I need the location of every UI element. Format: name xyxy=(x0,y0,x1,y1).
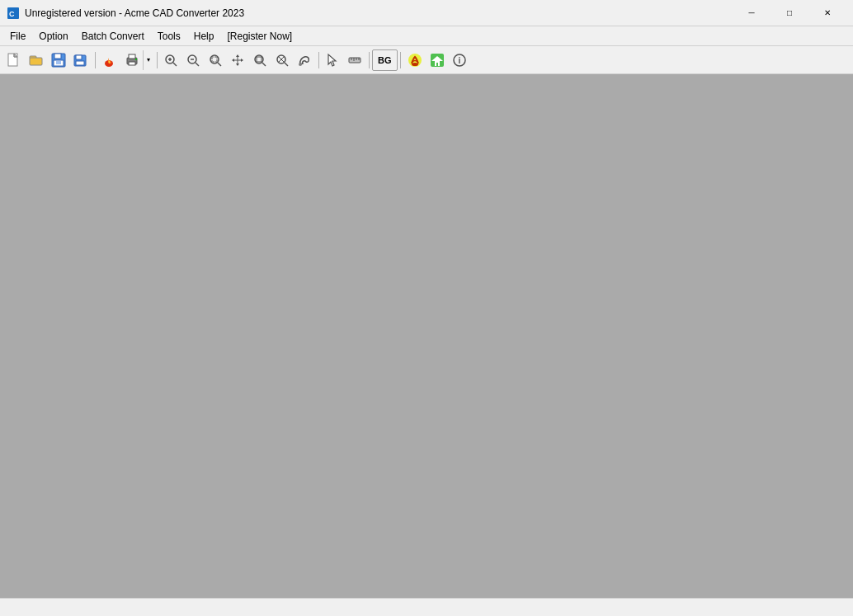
maximize-button[interactable]: □ xyxy=(771,0,808,26)
menu-file[interactable]: File xyxy=(3,27,32,45)
window-controls: ─ □ ✕ xyxy=(733,0,846,26)
svg-rect-14 xyxy=(76,61,84,65)
svg-rect-13 xyxy=(76,55,82,59)
print-icon xyxy=(121,50,143,70)
open-button[interactable] xyxy=(26,49,47,71)
svg-line-36 xyxy=(285,63,288,66)
svg-rect-18 xyxy=(129,62,135,65)
select-button[interactable] xyxy=(322,49,343,71)
main-content xyxy=(0,74,853,598)
menu-register[interactable]: [Register Now] xyxy=(220,27,299,45)
info-button[interactable]: i xyxy=(449,49,470,71)
save-button[interactable] xyxy=(48,49,69,71)
close-button[interactable]: ✕ xyxy=(808,0,846,26)
toolbar: ▾ xyxy=(0,46,853,74)
window-title: Unregistered version - Acme CAD Converte… xyxy=(25,7,733,19)
zoom-in-button[interactable] xyxy=(160,49,181,71)
new-button[interactable] xyxy=(3,49,25,71)
svg-line-23 xyxy=(173,63,177,66)
svg-line-29 xyxy=(218,63,221,66)
svg-rect-9 xyxy=(54,54,61,59)
svg-point-45 xyxy=(412,63,418,66)
acme-icon2-button[interactable] xyxy=(426,49,448,71)
menu-tools[interactable]: Tools xyxy=(151,27,187,45)
separator-1 xyxy=(92,49,97,71)
svg-text:C: C xyxy=(9,10,15,18)
zoom-window-button[interactable] xyxy=(205,49,226,71)
zoom-page-button[interactable] xyxy=(249,49,271,71)
bg-button[interactable]: BG xyxy=(372,49,398,71)
svg-point-37 xyxy=(299,63,302,66)
zoom-out-button[interactable] xyxy=(182,49,204,71)
svg-line-26 xyxy=(196,63,199,66)
separator-5 xyxy=(398,49,403,71)
status-bar xyxy=(0,598,853,616)
print-dropdown-arrow: ▾ xyxy=(143,50,153,70)
svg-rect-28 xyxy=(212,57,217,62)
svg-rect-31 xyxy=(257,57,262,62)
acme-icon1-button[interactable] xyxy=(404,49,426,71)
svg-rect-11 xyxy=(56,61,61,64)
repaint-button[interactable] xyxy=(294,49,315,71)
title-bar: C Unregistered version - Acme CAD Conver… xyxy=(0,0,853,26)
print-dropdown-button[interactable]: ▾ xyxy=(120,49,153,71)
menu-batch-convert[interactable]: Batch Convert xyxy=(75,27,151,45)
zoom-extents-button[interactable] xyxy=(271,49,293,71)
svg-rect-49 xyxy=(436,63,438,66)
pan-button[interactable] xyxy=(227,49,248,71)
svg-line-32 xyxy=(262,63,266,66)
minimize-button[interactable]: ─ xyxy=(733,0,771,26)
svg-marker-38 xyxy=(328,54,336,66)
menu-bar: File Option Batch Convert Tools Help [Re… xyxy=(0,26,853,46)
svg-text:i: i xyxy=(458,56,460,65)
save-all-button[interactable] xyxy=(70,49,92,71)
svg-rect-7 xyxy=(30,58,42,65)
convert-button[interactable] xyxy=(98,49,120,71)
menu-option[interactable]: Option xyxy=(32,27,74,45)
menu-help[interactable]: Help xyxy=(187,27,221,45)
app-icon: C xyxy=(7,7,20,20)
separator-3 xyxy=(316,49,321,71)
svg-point-19 xyxy=(135,59,137,60)
separator-2 xyxy=(154,49,159,71)
measure-button[interactable] xyxy=(344,49,365,71)
separator-4 xyxy=(366,49,371,71)
svg-rect-17 xyxy=(129,54,135,59)
